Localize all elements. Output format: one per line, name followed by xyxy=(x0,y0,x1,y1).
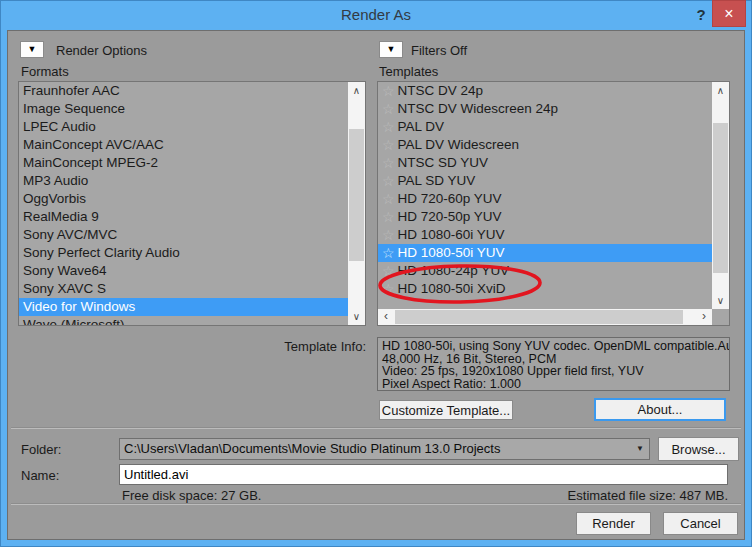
template-info-line: Pixel Aspect Ratio: 1.000 xyxy=(382,378,725,391)
template-info-line: Video: 25 fps, 1920x1080 Upper field fir… xyxy=(382,365,725,378)
filters-label: Filters Off xyxy=(411,43,467,58)
format-label: Wave (Microsoft) xyxy=(23,316,125,325)
filters-dropdown-button[interactable]: ▼ xyxy=(379,41,403,58)
list-item-template[interactable]: ☆NTSC DV 24p xyxy=(378,82,712,100)
format-label: Sony AVC/MVC xyxy=(23,226,117,244)
list-item-template[interactable]: ☆PAL DV xyxy=(378,118,712,136)
formats-scrollbar-thumb[interactable] xyxy=(349,129,364,261)
list-item-template[interactable]: ☆HD 1080-24p YUV xyxy=(378,262,712,280)
templates-scrollbar[interactable]: ∧ ∨ xyxy=(712,82,729,309)
list-item-template[interactable]: ☆PAL DV Widescreen xyxy=(378,136,712,154)
browse-button[interactable]: Browse... xyxy=(658,437,739,461)
close-icon: × xyxy=(724,5,733,22)
template-label: NTSC DV Widescreen 24p xyxy=(398,100,559,118)
window-title: Render As xyxy=(0,6,752,23)
templates-scrollbar-thumb[interactable] xyxy=(713,123,728,273)
template-label: PAL DV Widescreen xyxy=(398,136,520,154)
formats-scrollbar[interactable]: ∧ ∨ xyxy=(348,82,365,325)
list-item-format[interactable]: Sony AVC/MVC xyxy=(19,226,348,244)
close-button[interactable]: × xyxy=(712,0,746,27)
star-icon[interactable]: ☆ xyxy=(382,118,395,136)
customize-template-button[interactable]: Customize Template... xyxy=(379,400,513,420)
template-label: HD 1080-50i YUV xyxy=(398,244,505,262)
list-item-template[interactable]: ☆HD 1080-60i YUV xyxy=(378,226,712,244)
list-item-format[interactable]: Sony Perfect Clarity Audio xyxy=(19,244,348,262)
list-item-format[interactable]: LPEC Audio xyxy=(19,118,348,136)
list-item-template[interactable]: ☆NTSC SD YUV xyxy=(378,154,712,172)
list-item-template[interactable]: ☆PAL SD YUV xyxy=(378,172,712,190)
dialog-body: ▼ Render Options ▼ Filters Off Formats F… xyxy=(7,30,745,540)
dropdown-arrow-icon: ▼ xyxy=(28,44,37,54)
format-label: LPEC Audio xyxy=(23,118,96,136)
template-label: HD 720-60p YUV xyxy=(398,190,502,208)
list-item-format[interactable]: Image Sequence xyxy=(19,100,348,118)
template-label: HD 720-50p YUV xyxy=(398,208,502,226)
render-as-dialog: Render As ? × ▼ Render Options ▼ Filters… xyxy=(0,0,752,547)
format-label: RealMedia 9 xyxy=(23,208,99,226)
render-options-dropdown-button[interactable]: ▼ xyxy=(20,41,44,58)
list-item-template[interactable]: ☆HD 720-50p YUV xyxy=(378,208,712,226)
template-label: NTSC SD YUV xyxy=(398,154,489,172)
render-button[interactable]: Render xyxy=(576,512,651,535)
list-item-template[interactable]: ☆HD 1080-50i XviD xyxy=(378,280,712,298)
template-label: NTSC DV 24p xyxy=(398,82,484,100)
list-item-format[interactable]: MainConcept MPEG-2 xyxy=(19,154,348,172)
cancel-button[interactable]: Cancel xyxy=(663,512,738,535)
list-item-format[interactable]: Fraunhofer AAC xyxy=(19,82,348,100)
folder-value: C:\Users\Vladan\Documents\Movie Studio P… xyxy=(124,441,500,456)
format-label: MainConcept AVC/AAC xyxy=(23,136,164,154)
template-info-box: HD 1080-50i, using Sony YUV codec. OpenD… xyxy=(377,337,730,391)
name-input[interactable]: Untitled.avi xyxy=(119,464,728,485)
star-icon[interactable]: ☆ xyxy=(382,226,395,244)
templates-hscrollbar-thumb[interactable] xyxy=(395,310,683,324)
scroll-left-icon[interactable]: ‹ xyxy=(378,309,394,325)
format-label: MP3 Audio xyxy=(23,172,88,190)
estimated-file-size: Estimated file size: 487 MB. xyxy=(428,488,728,503)
list-item-format[interactable]: Video for Windows xyxy=(19,298,348,316)
star-icon[interactable]: ☆ xyxy=(382,100,395,118)
combo-dropdown-icon[interactable]: ▼ xyxy=(636,439,644,459)
list-item-format[interactable]: OggVorbis xyxy=(19,190,348,208)
list-item-format[interactable]: MP3 Audio xyxy=(19,172,348,190)
star-icon[interactable]: ☆ xyxy=(382,190,395,208)
scroll-down-icon[interactable]: ∨ xyxy=(712,292,729,309)
list-item-template[interactable]: ☆HD 1080-50i YUV xyxy=(378,244,712,262)
folder-combobox[interactable]: C:\Users\Vladan\Documents\Movie Studio P… xyxy=(119,438,650,460)
scroll-up-icon[interactable]: ∧ xyxy=(712,82,729,99)
star-icon[interactable]: ☆ xyxy=(382,154,395,172)
templates-label: Templates xyxy=(379,64,438,79)
star-icon[interactable]: ☆ xyxy=(382,280,395,298)
templates-hscrollbar[interactable]: ‹ › xyxy=(378,309,712,325)
divider xyxy=(11,503,741,505)
titlebar[interactable]: Render As ? × xyxy=(0,0,752,30)
list-item-format[interactable]: RealMedia 9 xyxy=(19,208,348,226)
scroll-down-icon[interactable]: ∨ xyxy=(348,308,365,325)
formats-label: Formats xyxy=(21,64,69,79)
list-item-format[interactable]: Sony Wave64 xyxy=(19,262,348,280)
star-icon[interactable]: ☆ xyxy=(382,136,395,154)
star-icon[interactable]: ☆ xyxy=(382,262,395,280)
format-label: Video for Windows xyxy=(23,298,135,316)
star-icon[interactable]: ☆ xyxy=(382,172,395,190)
divider xyxy=(11,427,741,429)
formats-list[interactable]: Fraunhofer AACImage SequenceLPEC AudioMa… xyxy=(18,81,366,326)
folder-label: Folder: xyxy=(21,442,61,457)
star-icon[interactable]: ☆ xyxy=(382,82,395,100)
template-label: PAL SD YUV xyxy=(398,172,476,190)
star-icon[interactable]: ☆ xyxy=(382,244,395,262)
list-item-format[interactable]: MainConcept AVC/AAC xyxy=(19,136,348,154)
list-item-template[interactable]: ☆HD 720-60p YUV xyxy=(378,190,712,208)
about-button[interactable]: About... xyxy=(594,398,726,421)
format-label: Sony Wave64 xyxy=(23,262,107,280)
template-label: HD 1080-24p YUV xyxy=(398,262,510,280)
help-button[interactable]: ? xyxy=(692,4,710,26)
templates-list[interactable]: ☆NTSC DV 24p☆NTSC DV Widescreen 24p☆PAL … xyxy=(377,81,730,326)
list-item-format[interactable]: Sony XAVC S xyxy=(19,280,348,298)
list-item-template[interactable]: ☆NTSC DV Widescreen 24p xyxy=(378,100,712,118)
scroll-up-icon[interactable]: ∧ xyxy=(348,82,365,99)
star-icon[interactable]: ☆ xyxy=(382,208,395,226)
scroll-right-icon[interactable]: › xyxy=(696,309,712,325)
template-label: HD 1080-60i YUV xyxy=(398,226,505,244)
list-item-format[interactable]: Wave (Microsoft) xyxy=(19,316,348,325)
template-label: HD 1080-50i XviD xyxy=(398,280,506,298)
